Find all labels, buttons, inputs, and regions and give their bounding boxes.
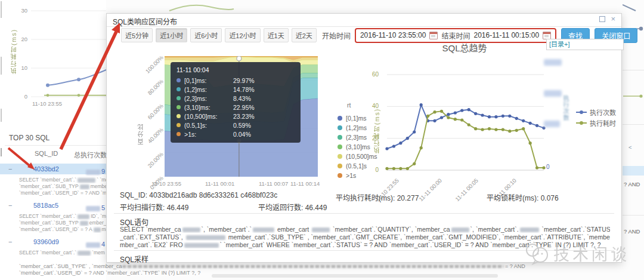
- trend-right-zero-tick: 0: [546, 164, 550, 170]
- divider: [623, 215, 644, 216]
- edge-sliver: [1, 148, 2, 156]
- sql-row-header[interactable]: −4033bd29: [0, 164, 106, 174]
- mini-trend-chart[interactable]: 3020100: [5, 2, 106, 113]
- stat-avg-scan: 平均扫描行数: 46.449: [120, 202, 188, 212]
- redacted-text: [182, 227, 200, 232]
- background-selected-row-fragment: [623, 166, 644, 176]
- exec-count-censored: 5: [85, 202, 105, 213]
- edge-sliver: [1, 1, 2, 18]
- trend-chart-plot[interactable]: [381, 53, 560, 176]
- chat-bubble-logo-icon: [524, 241, 551, 266]
- range-button-4[interactable]: 近1天: [264, 28, 289, 42]
- sidebar-top-sql-panel: 3020100 执行耗时(ms) 11-10 23:55 TOP 30 SQL …: [0, 0, 106, 280]
- legend-line-marker: [576, 122, 587, 124]
- exec-count-censored: 4: [85, 239, 105, 250]
- sql-preview: SELECT `member_cart`.`` `mem`member_cart…: [19, 177, 106, 196]
- edge-sliver: [1, 57, 2, 75]
- watermark: 技术闲谈: [524, 241, 630, 266]
- legend-item[interactable]: 执行次数: [576, 107, 616, 118]
- collapse-icon[interactable]: −: [8, 236, 12, 247]
- tooltip-row: (3,10]ms:22.95%: [177, 103, 295, 112]
- range-button-3[interactable]: 近12小时: [225, 28, 260, 42]
- dist-x-tick: 11-10 23:55: [151, 180, 181, 187]
- range-button-2[interactable]: 近6小时: [190, 28, 222, 42]
- column-header-sql-id[interactable]: SQL_ID: [35, 150, 58, 157]
- sql-row-header[interactable]: −5818ac55: [0, 200, 106, 211]
- tooltip-row: (0.5,1]s:0.59%: [177, 121, 295, 130]
- background-sql-fragment: ? AND: [624, 181, 640, 187]
- trend-y-tick: 60: [368, 71, 379, 78]
- chart-tooltip: 11-11 00:04 [0,1]ms:29.97%(1,2]ms:14.78%…: [171, 62, 301, 143]
- legend-item[interactable]: (3,10]ms: [338, 142, 377, 152]
- sql-trend-chart[interactable]: SQL总趋势 执行耗时(ms) 0204060 0 执行次数 11-10 23:…: [375, 38, 621, 195]
- sql-text: SELECT `member_ca: [120, 226, 181, 233]
- tooltip-value: 8.43%: [233, 95, 251, 102]
- horizontal-scrollbar[interactable]: [212, 274, 498, 278]
- trend-left-axis-title: 执行耗时(ms): [373, 108, 382, 153]
- sql-text: = ? AND: [504, 263, 525, 269]
- sql-text: `member_cart`.`USER_ID` = ? A: [19, 226, 92, 232]
- tooltip-value: 14.78%: [233, 86, 255, 93]
- toc-link[interactable]: [目录+]: [546, 39, 624, 50]
- tooltip-dot: [177, 87, 181, 91]
- dist-y-tick: 80.00%: [146, 78, 165, 97]
- response-distribution-chart[interactable]: 百分比 0.00%20.00%40.00%60.00%80.00%100.00%…: [119, 47, 380, 198]
- legend-item[interactable]: (1,2]ms: [338, 123, 377, 133]
- sql-row-header[interactable]: −93960d94: [0, 236, 106, 247]
- sql-text: `member_cart`.`USER_ID` = ? AND `mem: [19, 190, 106, 196]
- sql-preview: SELECT `member_cart`.`ID`, `mem`member_c…: [19, 213, 106, 233]
- screen: 3020100 执行耗时(ms) 11-10 23:55 TOP 30 SQL …: [0, 0, 644, 280]
- sql-text: ember_cart: [275, 226, 311, 233]
- trend-chart-legend: 执行次数执行耗时: [576, 107, 616, 128]
- svg-text:30: 30: [21, 7, 27, 14]
- legend-item[interactable]: (10,500]ms: [338, 152, 377, 161]
- sql-id-link[interactable]: 4033bd2: [33, 164, 59, 174]
- legend-line-marker: [576, 112, 587, 113]
- tooltip-dot: [177, 105, 181, 109]
- legend-item[interactable]: 执行耗时: [576, 118, 616, 128]
- redacted-text: [520, 227, 539, 232]
- sql-text: `member_cart`.`QUANTITY`, `member_ca: [331, 226, 450, 233]
- legend-label: (2,3]ms: [346, 134, 367, 141]
- range-button-5[interactable]: 近2天: [292, 28, 317, 42]
- tooltip-dot: [177, 78, 181, 82]
- svg-text:20: 20: [21, 36, 27, 42]
- sql-id-link[interactable]: 93960d9: [33, 236, 59, 247]
- censored-axis-value: [544, 59, 562, 66]
- restore-window-icon[interactable]: [599, 16, 605, 22]
- tooltip-dot: [177, 123, 181, 127]
- range-button-1[interactable]: 近1小时: [156, 28, 187, 42]
- top-sql-title: TOP 30 SQL: [9, 134, 49, 142]
- range-button-0[interactable]: 近5分钟: [121, 28, 153, 42]
- divider: [114, 213, 614, 214]
- sql-text: `, `member_cart`.: [470, 226, 519, 233]
- legend-dot: [338, 154, 342, 159]
- sql-text: `member_cart`.`SUB_TYPE` , `member_ca: [19, 263, 122, 269]
- sql-preview-line: `member_cart`.`SUB_TYPmember_ca: [19, 183, 106, 190]
- sql-id-link[interactable]: 5818ac5: [33, 200, 58, 211]
- legend-dot: [338, 116, 342, 121]
- sql-preview-line: `member_cart`.`USER_ID` = ? Amem: [19, 226, 106, 233]
- legend-label: [0,1]ms: [346, 115, 366, 122]
- tooltip-value: 0.04%: [233, 131, 251, 138]
- modal-title: SQL类响应区间分布: [113, 16, 177, 26]
- legend-item[interactable]: [0,1]ms: [338, 113, 377, 123]
- redacted-text: [94, 227, 101, 232]
- svg-text:0: 0: [24, 93, 27, 100]
- column-header-exec-count[interactable]: 总执行次数 ▼: [74, 150, 106, 159]
- sql-preview-line: SELECT `member_cart`.`` `mem: [19, 177, 106, 183]
- dist-y-tick: 40.00%: [146, 127, 165, 145]
- sql-text: SELECT `member_cart`.`: [19, 213, 76, 219]
- tooltip-time: 11-11 00:04: [177, 66, 295, 73]
- background-sql-text-line: `member_cart`.`SUB_TYPE` , `member_ca = …: [19, 263, 525, 269]
- dist-y-tick: 20.00%: [146, 150, 165, 169]
- modal-titlebar[interactable]: SQL类响应区间分布 ×: [107, 14, 621, 27]
- tooltip-row: (2,3]ms:8.43%: [177, 94, 295, 103]
- top-sql-row-list: −4033bd29SELECT `member_cart`.`` `mem`me…: [0, 160, 106, 260]
- close-window-icon[interactable]: ×: [611, 16, 615, 22]
- collapse-icon[interactable]: −: [8, 164, 12, 174]
- sql-text: ember_ca: [89, 220, 106, 226]
- blurred-text: [122, 265, 504, 268]
- sql-text: mber_cart`.`EX2` FRO: [120, 241, 183, 248]
- collapse-icon[interactable]: −: [8, 200, 12, 211]
